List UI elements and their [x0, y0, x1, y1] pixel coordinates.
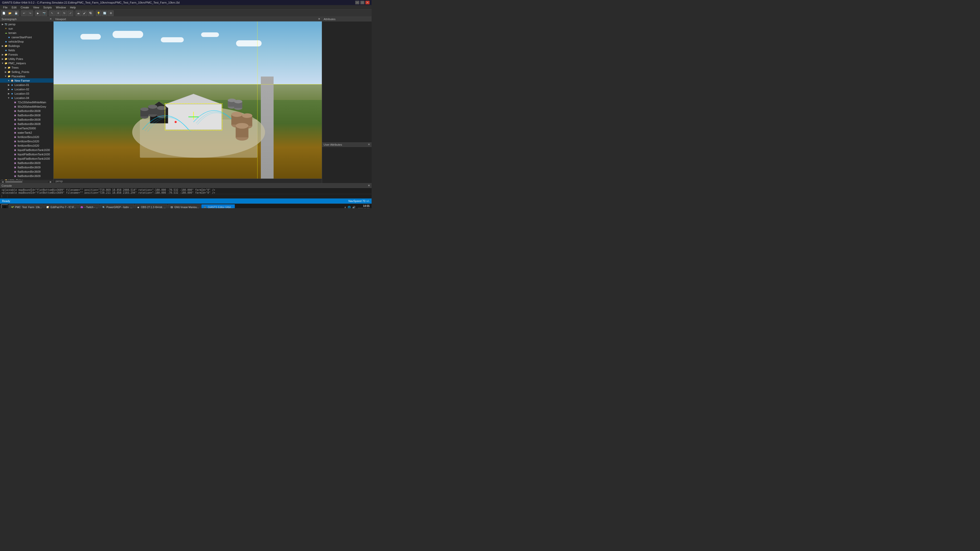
tree-item-Placeables[interactable]: ▼📁Placeables [0, 74, 53, 78]
tree-item-fuelTank25000[interactable]: ▣fuelTank25000 [0, 126, 53, 130]
tree-item-Location02[interactable]: ▶◆Location-02 [0, 87, 53, 91]
console-input[interactable] [8, 195, 372, 198]
tree-toggle-PMC_Helpers[interactable]: ▼ [1, 62, 4, 65]
scroll-right[interactable]: ▶ [49, 180, 52, 183]
toolbar-open[interactable]: 📂 [7, 11, 13, 16]
menu-file[interactable]: File [1, 6, 10, 9]
tree-item-flatBin3608a[interactable]: ▣flatBottomBin3608 [0, 109, 53, 113]
tree-item-Buildings[interactable]: ▶📁Buildings [0, 44, 53, 48]
toolbar-refresh[interactable]: 🔄 [102, 11, 107, 16]
toolbar-play[interactable]: ▶ [35, 11, 41, 16]
tree-item-shed90x200[interactable]: ▣90x200shedWhiteGrey [0, 104, 53, 109]
tree-toggle-UtilityPoles1[interactable]: ▶ [1, 58, 4, 60]
taskbar-app-powergrep[interactable]: 🔍PowerGREP - [gdm_... [100, 204, 134, 208]
toolbar-new[interactable]: 📄 [1, 11, 6, 16]
tree-item-Trees[interactable]: ▶📁Trees [0, 65, 53, 70]
toolbar-scale[interactable]: ⤢ [68, 11, 73, 16]
toolbar-move[interactable]: ✛ [56, 11, 61, 16]
tree-item-UtilityPoles1[interactable]: ▶📁Utility Poles [0, 57, 53, 61]
tree-item-flatBin3608b[interactable]: ▣flatBottomBin3608 [0, 113, 53, 118]
tree-item-UtilityPoles2[interactable]: ▶📁Utility Poles [0, 178, 53, 180]
taskbar-app-giants-editor[interactable]: 🎮GIANTS Editor 64bit... [201, 204, 235, 208]
tree-item-terrain[interactable]: ⛰terrain [0, 30, 53, 35]
toolbar-undo[interactable]: ↩ [21, 11, 27, 16]
toolbar-settings[interactable]: ⚙ [108, 11, 114, 16]
user-attributes-close[interactable]: ✕ [368, 143, 370, 146]
tree-item-liquidFlat1630a[interactable]: ▣liquidFlatBottomTank1630 [0, 148, 53, 152]
tree-item-Location01[interactable]: ▶◆Location-01 [0, 83, 53, 87]
tree-item-flatBin3608c[interactable]: ▣flatBottomBin3608 [0, 118, 53, 122]
tree-item-careerStartPoint[interactable]: ◆careerStartPoint [0, 35, 53, 39]
taskbar-start-button[interactable]: ⊞ [1, 204, 8, 208]
tree-item-liquidFlat1630c[interactable]: ▣liquidFlatBottomTank1630 [0, 156, 53, 161]
tree-item-fertBins1620a[interactable]: ▣fertilizerBins1620 [0, 135, 53, 139]
toolbar-build[interactable]: 🏗 [88, 11, 94, 16]
tree-toggle-Location03[interactable]: ▶ [7, 92, 10, 95]
tree-toggle-NewFarmer[interactable]: ▼ [7, 79, 10, 82]
menu-create[interactable]: Create [19, 6, 31, 9]
tree-item-fertBins1620c[interactable]: ▣fertilizerBins1620 [0, 143, 53, 148]
tree-item-fields[interactable]: ◆fields [0, 48, 53, 52]
tree-item-flatBin3609c[interactable]: ▣flatBottomBin3609 [0, 169, 53, 174]
tree-item-fertBins1620b[interactable]: ▣fertilizerBins1620 [0, 139, 53, 143]
toolbar-terrain[interactable]: ⛰ [76, 11, 81, 16]
tree-toggle-Selling_Points[interactable]: ▶ [4, 71, 7, 73]
tree-item-Selling_Points[interactable]: ▶📁Selling_Points [0, 70, 53, 74]
tray-show-hidden[interactable]: ∧ [344, 206, 346, 208]
tree-item-flatBin3608d[interactable]: ▣flatBottomBin3608 [0, 122, 53, 126]
taskbar-app-editpad[interactable]: 📝EditPad Pro 7 - [C:\F... [44, 204, 78, 208]
tree-item-PMC_Helpers[interactable]: ▼📁PMC_Helpers [0, 61, 53, 65]
minimize-button[interactable]: ─ [355, 1, 360, 4]
menu-help[interactable]: Help [68, 6, 78, 9]
tree-toggle-Buildings[interactable]: ▶ [1, 44, 4, 47]
tree-item-Location04[interactable]: ▼◆Location-04 [0, 96, 53, 100]
scenegraph-close[interactable]: ✕ [49, 17, 52, 21]
tray-volume-icon: 🔊 [352, 206, 355, 208]
scroll-track[interactable] [5, 181, 48, 183]
tree-item-flatBin3609b[interactable]: ▣flatBottomBin3609 [0, 165, 53, 169]
tree-toggle-Location04[interactable]: ▼ [7, 97, 10, 99]
taskbar-app-twitch[interactable]: 🟣- Twitch - ... [78, 204, 100, 208]
close-button[interactable]: ✕ [366, 1, 369, 4]
tree-toggle-Forests[interactable]: ▶ [1, 53, 4, 56]
tree-toggle-Location02[interactable]: ▶ [7, 88, 10, 91]
menu-window[interactable]: Window [54, 6, 68, 9]
maximize-button[interactable]: □ [360, 1, 364, 4]
toolbar-save[interactable]: 💾 [13, 11, 19, 16]
tree-toggle-persp[interactable]: ▶ [1, 23, 4, 25]
tree-item-flatBin3609d[interactable]: ▣flatBottomBin3609 [0, 174, 53, 178]
tree-item-vehicleShop[interactable]: ◆vehicleShop [0, 39, 53, 44]
toolbar-redo[interactable]: ↪ [27, 11, 33, 16]
tree-toggle-Location01[interactable]: ▶ [7, 84, 10, 86]
viewport-close[interactable]: ✕ [318, 17, 320, 21]
taskbar-app-icon-giants-editor: 🎮 [203, 206, 207, 208]
scenegraph-tree[interactable]: ▶📷persp ☀sun ⛰terrain ◆careerStartPoint … [0, 21, 53, 180]
viewport-canvas[interactable] [54, 21, 322, 179]
tree-item-Forests[interactable]: ▶📁Forests [0, 52, 53, 57]
tree-item-Location03[interactable]: ▶◆Location-03 [0, 91, 53, 96]
tree-toggle-Placeables[interactable]: ▼ [4, 75, 7, 78]
console-close[interactable]: ✕ [368, 184, 370, 187]
toolbar-light[interactable]: 💡 [96, 11, 101, 16]
toolbar-select[interactable]: ↖ [49, 11, 55, 16]
tree-item-waterTank2[interactable]: ▣waterTank2 [0, 130, 53, 135]
toolbar-paint[interactable]: 🖌 [82, 11, 87, 16]
window-controls[interactable]: ─ □ ✕ [355, 1, 369, 4]
toolbar-camera[interactable]: 📷 [41, 11, 47, 16]
tree-item-sun[interactable]: ☀sun [0, 26, 53, 30]
toolbar-rotate[interactable]: ↻ [62, 11, 67, 16]
taskbar-app-obs[interactable]: ⏺OBS 27.1.3 (64-bit, ... [135, 204, 168, 208]
tree-item-shed72x150[interactable]: ▣72x150shedWhiteMain [0, 100, 53, 104]
tree-item-persp[interactable]: ▶📷persp [0, 22, 53, 26]
menu-view[interactable]: View [31, 6, 41, 9]
scroll-left[interactable]: ◀ [1, 180, 4, 183]
menu-scripts[interactable]: Scripts [41, 6, 54, 9]
tree-item-flatBin3609a[interactable]: ▣flatBottomBin3609 [0, 161, 53, 165]
menu-edit[interactable]: Edit [10, 6, 19, 9]
tree-item-NewFarmer[interactable]: ▼🏠New Farmer [0, 78, 53, 83]
tree-item-liquidFlat1630b[interactable]: ▣liquidFlatBottomTank1630 [0, 152, 53, 156]
tree-toggle-Trees[interactable]: ▶ [4, 66, 7, 69]
taskbar-app-pmc-test-farm[interactable]: 🌱PMC_Test_Farm_10k... [9, 204, 44, 208]
taskbar-app-gnu-image[interactable]: 🖼GNU Image Manipu... [168, 204, 201, 208]
clock[interactable]: 14:55 2022-02-03 [358, 205, 369, 208]
